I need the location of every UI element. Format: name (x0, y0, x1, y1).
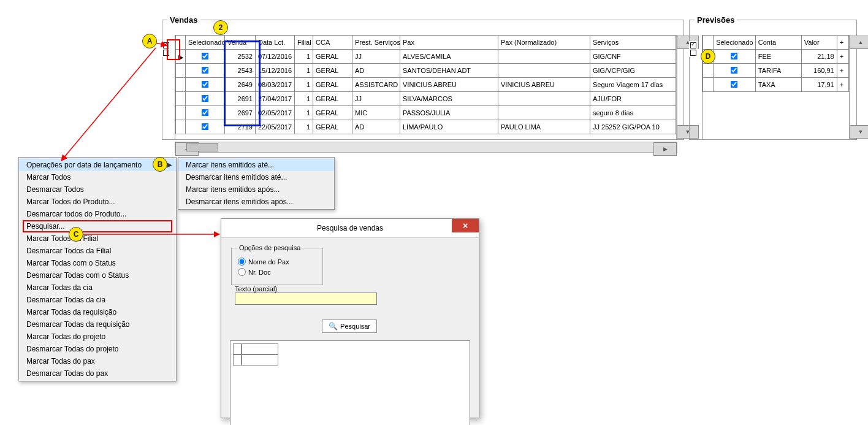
cell-selecionado[interactable] (186, 50, 225, 64)
texto-parcial-input[interactable] (235, 293, 377, 305)
cell-selecionado[interactable] (186, 106, 225, 120)
mi-label: Desmarcar Todas com o Status (26, 271, 129, 280)
table-row[interactable]: 271922/05/20171GERALADLIMA/PAULOPAULO LI… (176, 120, 676, 134)
cell-filial: 1 (295, 78, 313, 92)
cell-selecionado[interactable] (186, 92, 225, 106)
row-checkbox[interactable] (202, 52, 209, 59)
mi-marcar-todas-cia[interactable]: Marcar Todas da cia (19, 281, 176, 294)
row-indicator: ▶ (176, 50, 186, 64)
mi-desmarcar-todas-pax[interactable]: Desmarcar Todas do pax (19, 367, 176, 380)
vendas-grid[interactable]: Selecionado Venda Data Lct. Filial CCA P… (175, 35, 676, 139)
cell-plus: + (837, 78, 848, 92)
col-filial[interactable]: Filial (295, 36, 313, 50)
cell-venda: 2719 (225, 120, 256, 134)
cell-selecionado[interactable] (186, 120, 225, 134)
close-icon: × (463, 221, 468, 231)
previsoes-toggle-select-all-icon[interactable] (689, 41, 698, 57)
mi-label: Desmarcar Todas do projeto (26, 345, 119, 353)
table-row[interactable]: 254315/12/20161GERALADSANTOS/DEHAN ADTGI… (176, 64, 676, 78)
cell-selecionado[interactable] (714, 50, 756, 64)
mi-label: Desmarcar Todos (26, 185, 84, 194)
mi-desmarcar-todos[interactable]: Desmarcar Todos (19, 183, 176, 196)
scroll-right-icon[interactable]: ▶ (653, 142, 677, 156)
row-checkbox[interactable] (731, 66, 738, 74)
cell-prest: AD (352, 64, 400, 78)
pcol-plus[interactable]: + (837, 36, 848, 50)
cell-cca: GERAL (313, 120, 352, 134)
pesquisar-button[interactable]: 🔍 Pesquisar (322, 320, 377, 333)
radio-nr-doc[interactable] (238, 268, 246, 276)
scroll-up-icon[interactable]: ▲ (850, 36, 868, 49)
table-row[interactable]: 269127/04/20171GERALJJSILVA/MARCOSAJU/FO… (176, 92, 676, 106)
results-grid[interactable] (230, 340, 470, 425)
table-row[interactable]: 264908/03/20171GERALASSISTCARDVINICIUS A… (176, 78, 676, 92)
row-checkbox[interactable] (731, 52, 738, 59)
pcol-conta[interactable]: Conta (755, 36, 801, 50)
col-venda[interactable]: Venda (225, 36, 256, 50)
mi-desmarcar-todas-cia[interactable]: Desmarcar Todas da cia (19, 294, 176, 306)
dialog-close-button[interactable]: × (452, 219, 479, 232)
toggle-select-all-icon[interactable] (162, 41, 170, 57)
cell-datalct: 22/05/2017 (256, 120, 295, 134)
table-row[interactable]: ▶FEE21,18+ (703, 50, 849, 64)
col-pax[interactable]: Pax (400, 36, 498, 50)
pcol-valor[interactable]: Valor (801, 36, 837, 50)
cell-conta: TARIFA (755, 64, 801, 78)
mi-desmarcar-todas-projeto[interactable]: Desmarcar Todas do projeto (19, 343, 176, 355)
mi-desmarcar-todas-status[interactable]: Desmarcar Todas com o Status (19, 269, 176, 281)
row-indicator (176, 92, 186, 106)
mi-marcar-todos[interactable]: Marcar Todos (19, 171, 176, 183)
smi-desmarcar-emitidos-ate[interactable]: Desmarcar itens emitidos até... (178, 171, 334, 183)
col-selecionado[interactable]: Selecionado (186, 36, 225, 50)
previsoes-grid[interactable]: Selecionado Conta Valor + ▶FEE21,18+TARI… (702, 35, 849, 139)
row-checkbox[interactable] (731, 80, 738, 88)
radio-nome-do-pax[interactable] (238, 258, 246, 266)
col-paxnorm[interactable]: Pax (Normalizado) (498, 36, 590, 50)
cell-selecionado[interactable] (714, 78, 756, 92)
mi-desmarcar-todas-requisicao[interactable]: Desmarcar Todas da requisição (19, 318, 176, 331)
cell-cca: GERAL (313, 106, 352, 120)
texto-parcial-label: Texto (parcial) (235, 285, 377, 293)
mi-marcar-todas-pax[interactable]: Marcar Todas do pax (19, 355, 176, 367)
row-checkbox[interactable] (202, 109, 209, 116)
table-row[interactable]: TAXA17,91+ (703, 78, 849, 92)
mi-marcar-todas-projeto[interactable]: Marcar Todas do projeto (19, 331, 176, 343)
col-servicos[interactable]: Serviços (590, 36, 676, 50)
cell-paxnorm: VINICIUS ABREU (498, 78, 590, 92)
mi-desmarcar-todos-filial[interactable]: Desmarcar Todos da Filial (19, 245, 176, 257)
table-row[interactable]: TARIFA160,91+ (703, 64, 849, 78)
row-checkbox[interactable] (202, 80, 209, 88)
scroll-down-icon[interactable]: ▼ (850, 125, 868, 139)
mi-desmarcar-todos-produto[interactable]: Desmarcar todos do Produto... (19, 208, 176, 220)
cell-selecionado[interactable] (186, 78, 225, 92)
table-row[interactable]: 269702/05/20171GERALMICPASSOS/JULIAsegur… (176, 106, 676, 120)
mi-label: Desmarcar todos do Produto... (26, 210, 126, 218)
smi-desmarcar-emitidos-apos[interactable]: Desmarcar itens emitidos após... (178, 196, 334, 208)
pcol-selecionado[interactable]: Selecionado (714, 36, 756, 50)
row-indicator (176, 120, 186, 134)
row-checkbox[interactable] (202, 66, 209, 74)
cell-selecionado[interactable] (186, 64, 225, 78)
smi-marcar-emitidos-apos[interactable]: Marcar itens emitidos após... (178, 183, 334, 196)
vendas-vscroll[interactable]: ▲ ▼ (676, 35, 677, 139)
cell-prest: JJ (352, 92, 400, 106)
cell-plus: + (837, 50, 848, 64)
mi-pesquisar[interactable]: Pesquisar... (23, 220, 172, 232)
mi-marcar-todos-produto[interactable]: Marcar Todos do Produto... (19, 196, 176, 208)
vendas-hscroll[interactable]: ◀ ▶ (175, 142, 677, 153)
mi-marcar-todas-requisicao[interactable]: Marcar Todas da requisição (19, 306, 176, 318)
cell-selecionado[interactable] (714, 64, 756, 78)
mi-marcar-todos-filial[interactable]: Marcar Todos da Filial (19, 232, 176, 245)
grids-area: Vendas Selecionado Venda (162, 20, 857, 140)
row-checkbox[interactable] (202, 123, 209, 130)
col-cca[interactable]: CCA (313, 36, 352, 50)
previsoes-vscroll[interactable]: ▲ ▼ (849, 35, 850, 139)
col-prest[interactable]: Prest. Serviços (352, 36, 400, 50)
table-row[interactable]: ▶253207/12/20161GERALJJALVES/CAMILAGIG/C… (176, 50, 676, 64)
col-datalct[interactable]: Data Lct. (256, 36, 295, 50)
dialog-titlebar[interactable]: Pesquisa de vendas × (221, 219, 479, 238)
context-menu-sub: Marcar itens emitidos até... Desmarcar i… (178, 157, 335, 210)
smi-marcar-emitidos-ate[interactable]: Marcar itens emitidos até... (178, 159, 334, 171)
row-checkbox[interactable] (202, 94, 209, 102)
mi-marcar-todas-status[interactable]: Marcar Todas com o Status (19, 257, 176, 269)
